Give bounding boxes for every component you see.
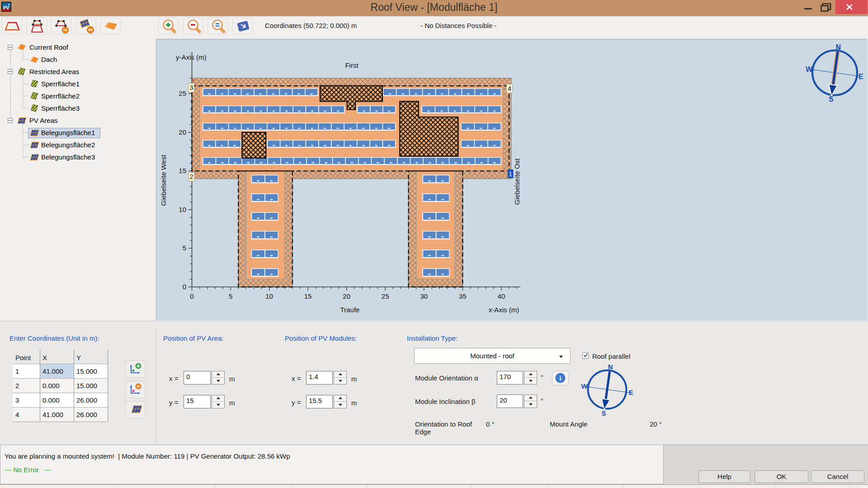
svg-text:4: 4	[508, 85, 511, 92]
svg-text:3: 3	[189, 84, 193, 91]
svg-text:Giebelseite West: Giebelseite West	[160, 155, 167, 206]
svg-text:25: 25	[179, 89, 186, 97]
svg-text:30: 30	[420, 292, 428, 300]
svg-text:i: i	[560, 375, 561, 382]
svg-text:5: 5	[183, 244, 186, 252]
svg-text:0: 0	[190, 292, 193, 300]
svg-text:0: 0	[183, 283, 186, 291]
svg-text:20: 20	[179, 128, 186, 136]
svg-text:1: 1	[509, 170, 512, 178]
svg-text:First: First	[345, 61, 359, 69]
svg-text:2: 2	[189, 173, 193, 180]
svg-text:Traufe: Traufe	[340, 306, 360, 314]
svg-text:35: 35	[459, 292, 467, 300]
svg-text:Giebelseite Ost: Giebelseite Ost	[513, 158, 521, 205]
svg-text:15: 15	[304, 292, 312, 300]
svg-text:10: 10	[265, 292, 273, 300]
svg-text:40: 40	[498, 292, 505, 300]
svg-text:E: E	[628, 389, 633, 396]
svg-text:x-Axis (m): x-Axis (m)	[489, 306, 519, 314]
svg-text:W: W	[806, 66, 813, 73]
svg-text:20: 20	[343, 292, 350, 300]
svg-text:10: 10	[179, 206, 186, 213]
svg-text:E: E	[859, 73, 863, 80]
svg-text:S: S	[829, 95, 834, 103]
svg-text:N: N	[836, 43, 841, 51]
svg-text:N: N	[608, 363, 613, 371]
svg-text:25: 25	[382, 292, 389, 300]
svg-text:y-Axis (m): y-Axis (m)	[176, 53, 207, 61]
svg-text:5: 5	[229, 292, 232, 300]
svg-text:15: 15	[179, 167, 186, 174]
svg-text:W: W	[581, 382, 588, 390]
svg-text:S: S	[602, 409, 606, 417]
